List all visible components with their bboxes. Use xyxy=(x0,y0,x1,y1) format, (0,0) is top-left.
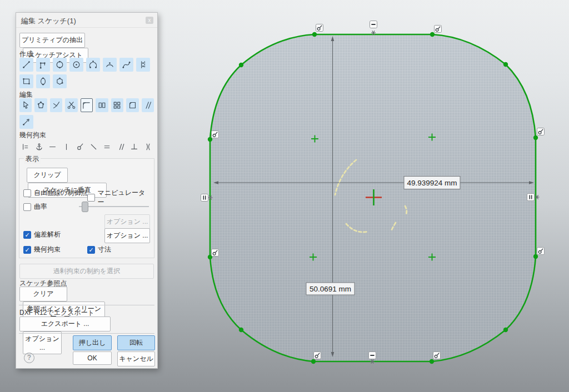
midpoint-icon[interactable] xyxy=(19,140,32,153)
angle-icon[interactable] xyxy=(88,140,100,153)
tangent-constraint-badge[interactable] xyxy=(212,249,219,257)
ellipse-icon[interactable] xyxy=(36,74,50,88)
divider xyxy=(19,305,154,305)
split-icon[interactable] xyxy=(96,98,108,112)
anchor-icon[interactable] xyxy=(33,140,46,153)
circle-icon[interactable] xyxy=(53,58,67,72)
edit-curve-icon[interactable] xyxy=(34,98,47,112)
help-icon[interactable]: ? xyxy=(24,353,34,363)
dialog-title: 編集 スケッチ(1) xyxy=(21,16,76,26)
tangent-arc-icon[interactable] xyxy=(103,58,117,72)
horizontal-constraint-badge[interactable] xyxy=(369,352,376,359)
edit-sketch-dialog: 編集 スケッチ(1) x プリミティブの抽出 スケッチアシスト 作成 編集 幾何… xyxy=(16,12,158,369)
export-button[interactable]: エクスポート ... xyxy=(19,316,111,331)
cut-icon[interactable] xyxy=(65,98,77,112)
checkbox-box: ✓ xyxy=(87,194,95,202)
select-icon[interactable] xyxy=(19,98,32,112)
checkbox-box: ✓ xyxy=(23,203,31,211)
deviation-options-button[interactable]: オプション ... xyxy=(104,228,150,243)
select-overconstrained-button: 過剰拘束の制約を選択 xyxy=(19,264,154,279)
rectangle-icon[interactable] xyxy=(19,74,33,88)
clear-button[interactable]: クリア xyxy=(19,287,67,301)
ok-button[interactable]: OK xyxy=(73,351,112,365)
checkbox-box: ✓ xyxy=(23,246,31,254)
line-icon[interactable] xyxy=(19,58,33,72)
extract-primitives-button[interactable]: プリミティブの抽出 xyxy=(19,33,85,48)
checkbox-curvature[interactable]: ✓ 曲率 xyxy=(23,202,47,212)
trim-icon[interactable] xyxy=(50,98,62,112)
tangent-constraint-badge[interactable] xyxy=(537,128,545,135)
vertical-constraint-badge[interactable] xyxy=(201,194,208,202)
create-tools-row2 xyxy=(19,74,154,88)
edit-tools-row2 xyxy=(19,115,154,129)
slider-track xyxy=(79,206,149,207)
curvature-options-button: オプション ... xyxy=(104,214,150,229)
center-circle-icon[interactable] xyxy=(69,58,83,72)
curvature-slider[interactable] xyxy=(79,202,149,211)
dimension-label-horizontal[interactable]: 49.939924 mm xyxy=(404,177,460,189)
slider-thumb[interactable] xyxy=(82,202,88,212)
divider xyxy=(19,333,154,334)
display-section-label: 表示 xyxy=(24,154,41,164)
constraints-section-label: 幾何拘束 xyxy=(19,130,154,140)
extrude-button[interactable]: 押し出し xyxy=(73,335,112,350)
create-tools-row1 xyxy=(19,58,154,72)
display-group: 表示 クリップ スケッチに垂直 ✓ 自由曲線の制御点 ✓ マニピュレーター ✓ … xyxy=(19,158,154,258)
parallel-icon[interactable] xyxy=(115,140,127,153)
perpendicular-icon[interactable] xyxy=(128,140,141,153)
tangent-constraint-badge[interactable] xyxy=(314,352,321,359)
tangent-constraint-badge[interactable] xyxy=(537,248,545,255)
edit-tools-row1 xyxy=(19,98,154,112)
tangent-constraint-badge[interactable] xyxy=(316,24,323,32)
cancel-button[interactable]: キャンセル xyxy=(117,351,155,366)
dialog-titlebar[interactable]: 編集 スケッチ(1) x xyxy=(16,13,157,28)
move-point-icon[interactable] xyxy=(19,115,33,129)
horizontal-icon[interactable] xyxy=(47,140,59,153)
close-icon[interactable]: x xyxy=(146,17,153,24)
checkbox-dimensions[interactable]: ✓ 寸法 xyxy=(87,245,111,254)
vertical-icon[interactable] xyxy=(61,140,73,153)
tangent-constraint-badge[interactable] xyxy=(212,131,219,138)
concentric-icon[interactable] xyxy=(142,140,154,153)
equal-icon[interactable] xyxy=(101,140,113,153)
three-point-arc-icon[interactable] xyxy=(86,58,100,72)
fillet-icon[interactable] xyxy=(81,98,93,112)
clip-button[interactable]: クリップ xyxy=(27,168,68,183)
spline-icon[interactable] xyxy=(119,58,133,72)
svg-text:50.0691 mm: 50.0691 mm xyxy=(310,285,351,293)
checkbox-deviation-analysis[interactable]: ✓ 偏差解析 xyxy=(23,230,61,239)
dimension-label-vertical[interactable]: 50.0691 mm xyxy=(306,283,355,295)
tangent-constraint-badge[interactable] xyxy=(433,352,441,359)
tangent-icon[interactable] xyxy=(74,140,86,153)
polyline-icon[interactable] xyxy=(36,58,50,72)
revolve-button[interactable]: 回転 xyxy=(117,335,155,350)
horizontal-constraint-badge[interactable] xyxy=(370,21,377,28)
pattern-icon[interactable] xyxy=(111,98,123,112)
vertical-constraint-badge[interactable] xyxy=(527,194,535,201)
svg-text:49.939924 mm: 49.939924 mm xyxy=(407,179,457,187)
checkbox-box: ✓ xyxy=(23,189,31,197)
application-window: 49.939924 mm 50.0691 mm 編集 スケッチ(1) x プリミ… xyxy=(0,0,569,392)
tangent-constraint-badge[interactable] xyxy=(435,26,442,33)
checkbox-geometric-constraints[interactable]: ✓ 幾何拘束 xyxy=(23,245,61,254)
checkbox-spline-control-points[interactable]: ✓ 自由曲線の制御点 xyxy=(23,188,87,198)
checkbox-box: ✓ xyxy=(87,246,95,254)
polygon-icon[interactable] xyxy=(53,74,67,88)
corner-icon[interactable] xyxy=(126,98,138,112)
construction-line-icon[interactable] xyxy=(136,58,150,72)
constraint-tools-row xyxy=(19,140,154,153)
checkbox-box: ✓ xyxy=(23,231,31,239)
offset-icon[interactable] xyxy=(142,98,154,112)
export-options-button[interactable]: オプション ... xyxy=(23,331,62,354)
